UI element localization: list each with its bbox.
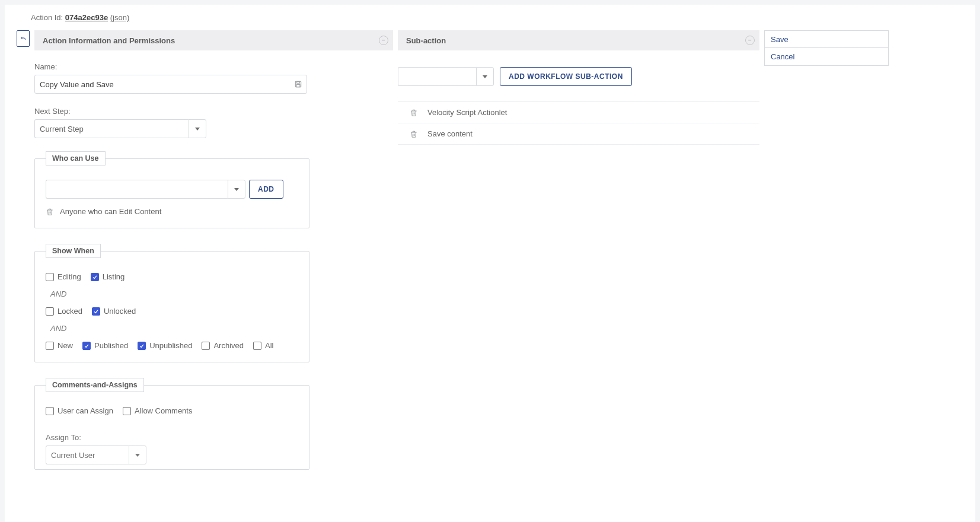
- save-icon[interactable]: [294, 80, 302, 88]
- comments-assigns-legend: Comments-and-Assigns: [46, 378, 144, 392]
- checkbox-label: User can Assign: [58, 406, 113, 415]
- action-info-panel: Action Information and Permissions − Nam…: [34, 30, 393, 485]
- checkbox-label: Listing: [103, 272, 125, 281]
- checkbox-icon: [82, 342, 91, 350]
- action-id-value-link[interactable]: 074a2ec93e: [65, 13, 108, 22]
- action-id-line: Action Id: 074a2ec93e (json): [5, 13, 975, 30]
- checkbox-label: Allow Comments: [135, 406, 193, 415]
- assign-to-label: Assign To:: [46, 433, 298, 442]
- who-can-use-item-label: Anyone who can Edit Content: [60, 207, 161, 216]
- sub-action-item[interactable]: Save content: [398, 123, 759, 145]
- sub-action-item-label: Velocity Script Actionlet: [427, 108, 507, 117]
- checkbox-icon: [46, 342, 54, 350]
- show-when-checkbox-new[interactable]: New: [46, 341, 73, 350]
- checkbox-icon: [138, 342, 146, 350]
- checkbox-label: Unpublished: [149, 341, 192, 350]
- action-id-label: Action Id:: [31, 13, 63, 22]
- sub-action-select[interactable]: [398, 67, 476, 86]
- checkbox-label: Published: [94, 341, 128, 350]
- and-text-2: AND: [50, 324, 298, 333]
- next-step-label: Next Step:: [34, 107, 393, 116]
- show-when-group: Show When EditingListing AND LockedUnloc…: [34, 244, 309, 362]
- show-when-checkbox-editing[interactable]: Editing: [46, 272, 81, 281]
- trash-icon[interactable]: [410, 109, 418, 117]
- next-step-select[interactable]: Current Step: [34, 119, 189, 138]
- checkbox-icon: [202, 342, 210, 350]
- show-when-checkbox-unlocked[interactable]: Unlocked: [92, 307, 136, 316]
- show-when-checkbox-archived[interactable]: Archived: [202, 341, 244, 350]
- who-can-use-group: Who can Use ADD Anyone who can Edit Cont…: [34, 151, 309, 228]
- sub-action-title: Sub-action: [406, 36, 446, 45]
- add-workflow-sub-action-button[interactable]: ADD WORKFLOW SUB-ACTION: [500, 67, 632, 86]
- checkbox-label: Locked: [58, 307, 82, 316]
- sub-action-item-label: Save content: [427, 129, 473, 138]
- action-info-title: Action Information and Permissions: [43, 36, 175, 45]
- sub-action-panel: Sub-action − ADD WORKFLOW SUB-ACTION Vel…: [398, 30, 759, 145]
- chevron-down-icon: [135, 454, 140, 457]
- show-when-checkbox-locked[interactable]: Locked: [46, 307, 82, 316]
- comments-assigns-group: Comments-and-Assigns User can AssignAllo…: [34, 378, 309, 470]
- who-can-use-arrow[interactable]: [228, 180, 245, 199]
- checkbox-label: New: [58, 341, 73, 350]
- back-button[interactable]: [17, 30, 30, 47]
- chevron-down-icon: [234, 188, 239, 191]
- right-rail: Save Cancel: [764, 30, 889, 66]
- comments-assigns-checkbox-allow-comments[interactable]: Allow Comments: [123, 406, 193, 415]
- assign-to-select[interactable]: Current User: [46, 445, 129, 464]
- checkbox-icon: [92, 307, 100, 316]
- action-info-header: Action Information and Permissions −: [34, 30, 393, 50]
- cancel-button[interactable]: Cancel: [764, 48, 889, 66]
- checkbox-icon: [46, 307, 54, 316]
- checkbox-icon: [123, 407, 131, 415]
- checkbox-icon: [253, 342, 261, 350]
- back-arrow-icon: [20, 35, 27, 42]
- and-text-1: AND: [50, 289, 298, 298]
- next-step-arrow[interactable]: [189, 119, 206, 138]
- checkbox-label: Archived: [213, 341, 244, 350]
- show-when-checkbox-listing[interactable]: Listing: [91, 272, 125, 281]
- comments-assigns-checkbox-user-can-assign[interactable]: User can Assign: [46, 406, 113, 415]
- sub-action-header: Sub-action −: [398, 30, 759, 50]
- checkbox-icon: [91, 273, 99, 281]
- assign-to-arrow[interactable]: [129, 445, 146, 464]
- show-when-checkbox-unpublished[interactable]: Unpublished: [138, 341, 192, 350]
- checkbox-icon: [46, 407, 54, 415]
- who-can-use-select[interactable]: [46, 180, 228, 199]
- trash-icon[interactable]: [46, 208, 54, 216]
- collapse-icon[interactable]: −: [379, 36, 388, 45]
- sub-action-select-arrow[interactable]: [476, 67, 494, 86]
- who-can-use-item: Anyone who can Edit Content: [46, 207, 298, 216]
- who-can-use-legend: Who can Use: [46, 151, 106, 165]
- sub-action-item[interactable]: Velocity Script Actionlet: [398, 102, 759, 123]
- trash-icon[interactable]: [410, 130, 418, 138]
- chevron-down-icon: [483, 75, 487, 78]
- show-when-legend: Show When: [46, 244, 101, 258]
- checkbox-label: Unlocked: [104, 307, 136, 316]
- svg-rect-1: [297, 81, 300, 83]
- chevron-down-icon: [195, 128, 200, 130]
- name-label: Name:: [34, 62, 393, 71]
- save-button[interactable]: Save: [764, 30, 889, 48]
- show-when-checkbox-all[interactable]: All: [253, 341, 273, 350]
- who-can-use-add-button[interactable]: ADD: [249, 180, 283, 199]
- checkbox-label: Editing: [58, 272, 81, 281]
- show-when-checkbox-published[interactable]: Published: [82, 341, 128, 350]
- name-input[interactable]: [34, 75, 307, 94]
- checkbox-label: All: [265, 341, 273, 350]
- collapse-icon[interactable]: −: [745, 36, 755, 45]
- checkbox-icon: [46, 273, 54, 281]
- action-json-link[interactable]: (json): [110, 13, 130, 22]
- svg-rect-2: [296, 85, 300, 87]
